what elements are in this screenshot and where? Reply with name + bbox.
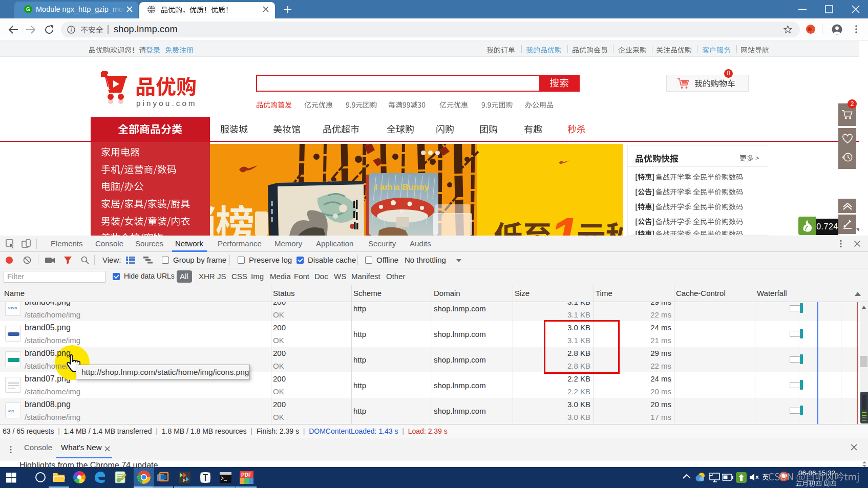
svg-text:PDF: PDF — [241, 472, 251, 478]
svg-text:I am a Bunny: I am a Bunny — [375, 182, 429, 192]
